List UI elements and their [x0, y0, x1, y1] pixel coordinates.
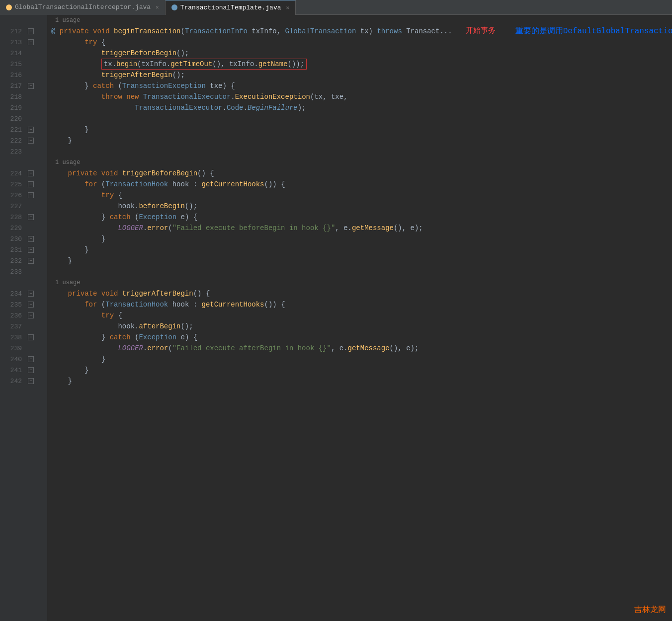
fold-224[interactable]: − [28, 170, 34, 176]
code-line-234: private void triggerAfterBegin() { [51, 288, 672, 299]
fold-238[interactable]: − [28, 334, 34, 340]
tab-close-2[interactable]: ✕ [286, 4, 290, 11]
line-num-232: 232 [0, 257, 26, 265]
plain-215: (txInfo. [137, 60, 170, 68]
gutter-row-usage-3 [0, 277, 47, 288]
tab-transactionaltemplate[interactable]: TransactionalTemplate.java ✕ [166, 0, 296, 15]
gutter-row-238: 238 − [0, 332, 47, 343]
code-line-228: } catch (Exception e) { [51, 212, 672, 223]
gutter-icon-222[interactable]: − [26, 135, 36, 146]
kw-private-234: private [68, 288, 101, 299]
gutter-icon-212[interactable]: − [26, 26, 36, 37]
gutter-icon-221[interactable]: − [26, 124, 36, 135]
code-line-219: TransactionalExecutor.Code.BeginFailure)… [51, 102, 672, 113]
fold-236[interactable]: − [28, 312, 34, 318]
fold-213[interactable]: − [28, 39, 34, 45]
gutter-icon-240[interactable]: − [26, 354, 36, 365]
gutter-row-240: 240 − [0, 354, 47, 365]
plain-212d: Transact... [402, 26, 452, 37]
gutter-icon-215 [26, 59, 36, 70]
code-line-225: for (TransactionHook hook : getCurrentHo… [51, 179, 672, 190]
gutter-icon-217[interactable]: − [26, 80, 36, 91]
gutter-icon-238[interactable]: − [26, 332, 36, 343]
gutter-icon-231[interactable]: − [26, 244, 36, 255]
code-editor[interactable]: 1 usage @ private void beginTransaction(… [47, 15, 672, 621]
line-num-216: 216 [0, 72, 26, 79]
fold-231[interactable]: − [28, 247, 34, 253]
indent-230 [51, 233, 101, 244]
line-num-237: 237 [0, 323, 26, 330]
code-line-224: private void triggerBeforeBegin() { [51, 168, 672, 179]
fold-235[interactable]: − [28, 302, 34, 308]
gutter-icon-234[interactable]: − [26, 288, 36, 299]
fn-getCurrentHooks-235: getCurrentHooks [202, 299, 264, 310]
plain-238b: e) { [176, 332, 197, 343]
line-num-228: 228 [0, 214, 26, 221]
kw-private-212: private [60, 26, 93, 37]
gutter-icon-empty-3 [26, 277, 36, 288]
gutter-icon-233 [26, 266, 36, 277]
fold-228[interactable]: − [28, 214, 34, 220]
gutter-icon-224[interactable]: − [26, 168, 36, 179]
indent-221 [51, 124, 84, 135]
fold-241[interactable]: − [28, 367, 34, 373]
gutter-row-224: 224 − [0, 168, 47, 179]
gutter-icon-216 [26, 70, 36, 80]
fold-234[interactable]: − [28, 291, 34, 297]
gutter-icon-213[interactable]: − [26, 37, 36, 48]
gutter-icon-226[interactable]: − [26, 190, 36, 201]
fold-242[interactable]: − [28, 378, 34, 384]
gutter-icon-232[interactable]: − [26, 255, 36, 266]
plain-237: (); [180, 321, 193, 332]
code-line-229: LOGGER.error("Failed execute beforeBegin… [51, 223, 672, 233]
zh-annotation-2: 重要的是调用DefaultGlobalTransaction#begin()方法 [515, 26, 672, 37]
gutter-icon-241[interactable]: − [26, 365, 36, 376]
gutter-row-222: 222 − [0, 135, 47, 146]
gutter-icon-225[interactable]: − [26, 179, 36, 190]
plain-225a: ( [97, 179, 105, 190]
fold-221[interactable]: − [28, 127, 34, 133]
gutter-icon-242[interactable]: − [26, 376, 36, 387]
fold-225[interactable]: − [28, 181, 34, 187]
usage-hint-3: 1 usage [51, 277, 672, 288]
plain-224: () { [197, 168, 214, 179]
brace-226: { [114, 190, 122, 201]
plain-228b: e) { [176, 212, 197, 223]
tab-close-1[interactable]: ✕ [156, 4, 159, 10]
code-line-212: @ private void beginTransaction(Transact… [51, 26, 672, 37]
code-line-233 [51, 266, 672, 277]
kw-for-225: for [84, 179, 97, 190]
fn-ExecutionException-218: ExecutionException [235, 91, 310, 102]
gutter-icon-236[interactable]: − [26, 310, 36, 321]
code-line-240: } [51, 354, 672, 365]
gutter-icon-235[interactable]: − [26, 299, 36, 310]
fold-212[interactable]: − [28, 28, 34, 34]
fn-getCurrentHooks-225: getCurrentHooks [202, 179, 264, 190]
fold-217[interactable]: − [28, 83, 34, 89]
str-229: "Failed execute beforeBegin in hook {}" [172, 223, 336, 233]
brace-236: { [114, 310, 122, 321]
fold-232[interactable]: − [28, 258, 34, 264]
indent-217 [51, 80, 84, 91]
gutter-row-usage-1 [0, 15, 47, 26]
plain-215c: ()); [288, 60, 305, 68]
fold-230[interactable]: − [28, 236, 34, 242]
fold-240[interactable]: − [28, 356, 34, 362]
plain-225b: hook : [168, 179, 201, 190]
hook-237: hook. [118, 321, 139, 332]
logger-239: LOGGER [118, 343, 143, 354]
close-228: } [101, 212, 110, 223]
gutter-icon-228[interactable]: − [26, 212, 36, 223]
fold-226[interactable]: − [28, 192, 34, 198]
code-line-216: triggerAfterBegin(); [51, 70, 672, 80]
gutter-row-229: 229 [0, 223, 47, 233]
tab-globalinterceptor[interactable]: GlobalTransactionalInterceptor.java ✕ [0, 0, 166, 15]
gutter-icon-230[interactable]: − [26, 233, 36, 244]
italic-BeginFailure: BeginFailure [248, 102, 298, 113]
indent-231 [51, 244, 84, 255]
fold-222[interactable]: − [28, 138, 34, 144]
gutter-row-228: 228 − [0, 212, 47, 223]
kw-throw-218: throw [101, 91, 126, 102]
tab-label-2: TransactionalTemplate.java [180, 4, 281, 11]
kw-catch-217: catch [93, 80, 114, 91]
